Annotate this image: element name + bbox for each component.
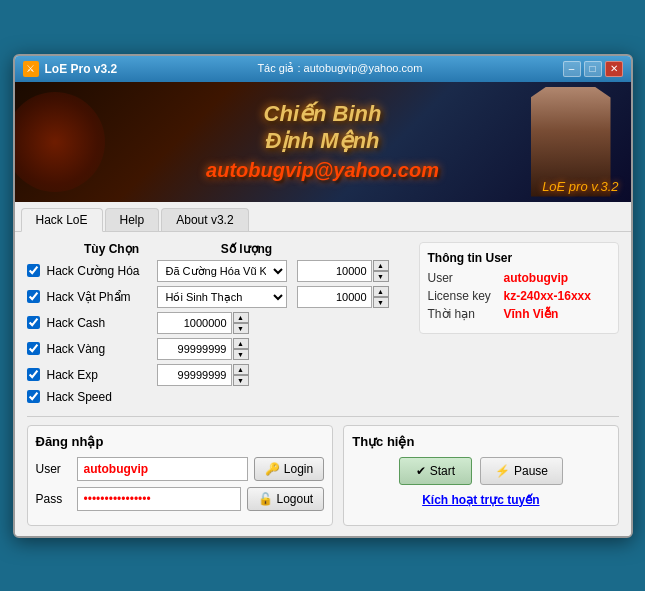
hack-exp-spinner: ▲ ▼: [233, 364, 249, 386]
window-controls: – □ ✕: [563, 61, 623, 77]
divider: [27, 416, 619, 417]
login-pass-label: Pass: [36, 492, 71, 506]
action-buttons: ✔ Start ⚡ Pause: [352, 457, 609, 485]
col-soluong: Số lượng: [177, 242, 317, 256]
spin-up[interactable]: ▲: [233, 312, 249, 323]
banner-overlay: Chiến Binh Định Mệnh autobugvip@yahoo.co…: [15, 82, 631, 202]
login-button[interactable]: 🔑 Login: [254, 457, 324, 481]
hack-exp-checkbox[interactable]: [27, 368, 40, 381]
spin-down[interactable]: ▼: [373, 271, 389, 282]
user-info-title: Thông tin User: [428, 251, 610, 265]
pause-icon: ⚡: [495, 464, 510, 478]
spin-down[interactable]: ▼: [233, 349, 249, 360]
user-info-row: Thời hạn Vĩnh Viễn: [428, 307, 610, 321]
tab-bar: Hack LoE Help About v3.2: [15, 202, 631, 232]
tab-help[interactable]: Help: [105, 208, 160, 231]
activate-link[interactable]: Kích hoạt trực tuyến: [352, 493, 609, 507]
hack-vat-pham-dropdown[interactable]: Hồi Sinh Thạch: [157, 286, 287, 308]
login-title: Đăng nhập: [36, 434, 325, 449]
main-window: ⚔ LoE Pro v3.2 Tác giả : autobugvip@yaho…: [13, 54, 633, 538]
spin-down[interactable]: ▼: [233, 323, 249, 334]
bottom-area: Đăng nhập User 🔑 Login Pass 🔓 Logout: [27, 425, 619, 526]
user-info-panel: Thông tin User User autobugvip License k…: [419, 242, 619, 334]
hack-vang-checkbox[interactable]: [27, 342, 40, 355]
spin-up[interactable]: ▲: [373, 260, 389, 271]
tab-about[interactable]: About v3.2: [161, 208, 248, 231]
logout-icon: 🔓: [258, 492, 273, 506]
table-row: Hack Exp ▲ ▼: [27, 364, 409, 386]
action-title: Thực hiện: [352, 434, 609, 449]
hack-cuong-hoa-input[interactable]: [297, 260, 372, 282]
action-section: Thực hiện ✔ Start ⚡ Pause Kích hoạt trực…: [343, 425, 618, 526]
hack-vat-pham-spinner: ▲ ▼: [373, 286, 389, 308]
hack-cuong-hoa-dropdown[interactable]: Đã Cường Hóa Vũ Khí: [157, 260, 287, 282]
spin-up[interactable]: ▲: [233, 338, 249, 349]
table-header: Tùy Chọn Số lượng: [27, 242, 409, 256]
window-author: Tác giả : autobugvip@yahoo.com: [117, 62, 562, 75]
table-row: Hack Vàng ▲ ▼: [27, 338, 409, 360]
login-user-row: User 🔑 Login: [36, 457, 325, 481]
start-button[interactable]: ✔ Start: [399, 457, 472, 485]
hack-cuong-hoa-label: Hack Cường Hóa: [47, 264, 157, 278]
hack-cuong-hoa-number: ▲ ▼: [297, 260, 387, 282]
login-section: Đăng nhập User 🔑 Login Pass 🔓 Logout: [27, 425, 334, 526]
hack-cuong-hoa-dropdown-wrapper: Đã Cường Hóa Vũ Khí: [157, 260, 297, 282]
table-row: Hack Vật Phẩm Hồi Sinh Thạch ▲ ▼: [27, 286, 409, 308]
hack-vang-label: Hack Vàng: [47, 342, 157, 356]
login-pass-input[interactable]: [77, 487, 241, 511]
logout-button[interactable]: 🔓 Logout: [247, 487, 325, 511]
hack-vat-pham-number: ▲ ▼: [297, 286, 387, 308]
tab-hack-loe[interactable]: Hack LoE: [21, 208, 103, 232]
hack-cuong-hoa-checkbox[interactable]: [27, 264, 40, 277]
hack-speed-label: Hack Speed: [47, 390, 157, 404]
hack-exp-input[interactable]: [157, 364, 232, 386]
user-info-row: License key kz-240xx-16xxx: [428, 289, 610, 303]
main-area: Tùy Chọn Số lượng Hack Cường Hóa Đã Cườn…: [27, 242, 619, 408]
window-title: LoE Pro v3.2: [45, 62, 118, 76]
pause-button[interactable]: ⚡ Pause: [480, 457, 563, 485]
user-label: User: [428, 271, 498, 285]
col-tuychon: Tùy Chọn: [47, 242, 177, 256]
start-icon: ✔: [416, 464, 426, 478]
hack-vang-input[interactable]: [157, 338, 232, 360]
table-row: Hack Speed: [27, 390, 409, 404]
app-icon: ⚔: [23, 61, 39, 77]
login-user-label: User: [36, 462, 71, 476]
spin-down[interactable]: ▼: [233, 375, 249, 386]
banner-title-block: Chiến Binh Định Mệnh autobugvip@yahoo.co…: [135, 101, 511, 182]
hack-cuong-hoa-spinner: ▲ ▼: [373, 260, 389, 282]
license-value: kz-240xx-16xxx: [504, 289, 591, 303]
title-bar: ⚔ LoE Pro v3.2 Tác giả : autobugvip@yaho…: [15, 56, 631, 82]
hack-vang-spinner: ▲ ▼: [233, 338, 249, 360]
close-button[interactable]: ✕: [605, 61, 623, 77]
login-user-input[interactable]: [77, 457, 248, 481]
hack-vat-pham-input[interactable]: [297, 286, 372, 308]
spin-down[interactable]: ▼: [373, 297, 389, 308]
restore-button[interactable]: □: [584, 61, 602, 77]
banner-version: LoE pro v.3.2: [542, 179, 618, 194]
hack-cash-number: ▲ ▼: [157, 312, 247, 334]
hack-speed-checkbox[interactable]: [27, 390, 40, 403]
hack-cash-input[interactable]: [157, 312, 232, 334]
minimize-button[interactable]: –: [563, 61, 581, 77]
hack-cash-spinner: ▲ ▼: [233, 312, 249, 334]
spin-up[interactable]: ▲: [233, 364, 249, 375]
game-title: Chiến Binh Định Mệnh: [135, 101, 511, 154]
left-panel: Tùy Chọn Số lượng Hack Cường Hóa Đã Cườn…: [27, 242, 409, 408]
hack-vat-pham-dropdown-wrapper: Hồi Sinh Thạch: [157, 286, 297, 308]
license-label: License key: [428, 289, 498, 303]
hack-vat-pham-checkbox[interactable]: [27, 290, 40, 303]
hack-cash-label: Hack Cash: [47, 316, 157, 330]
banner: Chiến Binh Định Mệnh autobugvip@yahoo.co…: [15, 82, 631, 202]
expiry-label: Thời hạn: [428, 307, 498, 321]
hack-cash-checkbox[interactable]: [27, 316, 40, 329]
spin-up[interactable]: ▲: [373, 286, 389, 297]
table-row: Hack Cường Hóa Đã Cường Hóa Vũ Khí ▲ ▼: [27, 260, 409, 282]
user-value: autobugvip: [504, 271, 569, 285]
title-bar-left: ⚔ LoE Pro v3.2: [23, 61, 118, 77]
tab-content: Tùy Chọn Số lượng Hack Cường Hóa Đã Cườn…: [15, 232, 631, 536]
user-info-row: User autobugvip: [428, 271, 610, 285]
expiry-value: Vĩnh Viễn: [504, 307, 559, 321]
banner-email: autobugvip@yahoo.com: [135, 159, 511, 182]
login-icon: 🔑: [265, 462, 280, 476]
